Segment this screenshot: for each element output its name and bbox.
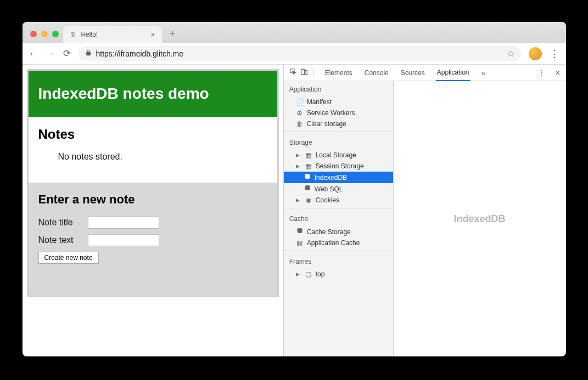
content-area: IndexedDB notes demo Notes No notes stor… bbox=[23, 65, 566, 356]
create-note-button[interactable]: Create new note bbox=[38, 252, 99, 264]
application-cache-label: Application Cache bbox=[307, 239, 360, 247]
note-text-input[interactable] bbox=[88, 234, 159, 246]
address-bar[interactable]: https://iframeidb.glitch.me ☆ bbox=[79, 46, 521, 61]
back-button[interactable]: ← bbox=[29, 48, 38, 59]
expand-icon: ▶ bbox=[296, 271, 301, 277]
group-storage: Storage bbox=[284, 134, 393, 150]
clear-storage-label: Clear storage bbox=[307, 120, 346, 128]
close-window-button[interactable] bbox=[30, 31, 37, 37]
maximize-window-button[interactable] bbox=[52, 31, 59, 37]
gear-icon: ⚙ bbox=[296, 109, 304, 117]
expand-icon: ▶ bbox=[296, 152, 301, 158]
devtools-close-icon[interactable]: × bbox=[555, 68, 560, 78]
svg-rect-0 bbox=[86, 53, 90, 55]
file-icon: 📄 bbox=[296, 98, 304, 106]
tab-console[interactable]: Console bbox=[363, 65, 390, 81]
sidebar-item-application-cache[interactable]: ▦ Application Cache bbox=[284, 237, 393, 248]
new-tab-button[interactable]: + bbox=[162, 28, 183, 43]
note-text-label: Note text bbox=[38, 235, 82, 245]
url-text: https://iframeidb.glitch.me bbox=[96, 49, 184, 58]
new-note-form: Enter a new note Note title Note text Cr… bbox=[29, 183, 277, 274]
browser-tab[interactable]: 🗎 Hello! × bbox=[63, 26, 162, 43]
tab-title: Hello! bbox=[81, 31, 98, 38]
manifest-label: Manifest bbox=[307, 98, 332, 106]
tab-bar: 🗎 Hello! × + bbox=[23, 22, 566, 43]
form-spacer bbox=[29, 274, 277, 296]
devtools-inspect-icons bbox=[289, 68, 314, 77]
window-controls bbox=[28, 31, 63, 43]
devtools-panel: Elements Console Sources Application » ⋮… bbox=[283, 65, 566, 356]
cookie-icon: ◉ bbox=[305, 196, 312, 204]
forward-button[interactable]: → bbox=[46, 48, 55, 59]
browser-window: 🗎 Hello! × + ← → ⟳ https://iframeidb.gli… bbox=[23, 22, 566, 356]
sidebar-item-indexeddb[interactable]: IndexedDB bbox=[284, 172, 393, 183]
sidebar-item-clear-storage[interactable]: 🗑 Clear storage bbox=[284, 118, 393, 129]
page-viewport: IndexedDB notes demo Notes No notes stor… bbox=[23, 65, 283, 356]
chrome-menu-icon[interactable]: ⋮ bbox=[550, 48, 559, 60]
sidebar-item-cookies[interactable]: ▶ ◉ Cookies bbox=[284, 195, 393, 206]
notes-heading: Notes bbox=[38, 127, 267, 142]
database-icon bbox=[304, 173, 311, 182]
lock-icon bbox=[85, 49, 92, 58]
sidebar-item-service-workers[interactable]: ⚙ Service Workers bbox=[284, 107, 393, 118]
inspect-element-icon[interactable] bbox=[289, 68, 297, 77]
expand-icon: ▶ bbox=[296, 163, 301, 169]
form-heading: Enter a new note bbox=[38, 192, 267, 207]
tab-elements[interactable]: Elements bbox=[324, 65, 354, 81]
note-text-row: Note text bbox=[38, 234, 267, 246]
demo-card: IndexedDB notes demo Notes No notes stor… bbox=[27, 69, 279, 297]
note-title-row: Note title bbox=[38, 217, 267, 229]
sidebar-item-top-frame[interactable]: ▶ ▢ top bbox=[284, 269, 393, 280]
devtools-body: Application 📄 Manifest ⚙ Service Workers… bbox=[284, 81, 566, 356]
grid-icon: ▦ bbox=[305, 162, 312, 170]
tab-sources[interactable]: Sources bbox=[400, 65, 426, 81]
page-title: IndexedDB notes demo bbox=[29, 71, 277, 117]
grid-icon: ▦ bbox=[305, 151, 312, 159]
devtools-main-placeholder: IndexedDB bbox=[394, 81, 566, 356]
note-title-label: Note title bbox=[38, 218, 82, 228]
bookmark-icon[interactable]: ☆ bbox=[507, 48, 514, 59]
page-icon: 🗎 bbox=[70, 31, 77, 39]
sidebar-item-cache-storage[interactable]: Cache Storage bbox=[284, 226, 393, 237]
sidebar-item-local-storage[interactable]: ▶ ▦ Local Storage bbox=[284, 150, 393, 161]
devtools-tabbar: Elements Console Sources Application » ⋮… bbox=[284, 65, 566, 81]
reload-button[interactable]: ⟳ bbox=[63, 48, 71, 59]
local-storage-label: Local Storage bbox=[316, 151, 356, 159]
device-toolbar-icon[interactable] bbox=[300, 68, 308, 77]
address-toolbar: ← → ⟳ https://iframeidb.glitch.me ☆ ⋮ bbox=[23, 43, 566, 65]
tab-application[interactable]: Application bbox=[436, 65, 471, 81]
sidebar-item-web-sql[interactable]: Web SQL bbox=[284, 183, 393, 195]
group-application: Application bbox=[284, 81, 393, 97]
grid-icon: ▦ bbox=[296, 239, 304, 247]
group-frames: Frames bbox=[284, 253, 393, 269]
cache-storage-label: Cache Storage bbox=[307, 228, 351, 236]
application-sidebar: Application 📄 Manifest ⚙ Service Workers… bbox=[284, 81, 394, 356]
notes-section: Notes No notes stored. bbox=[29, 117, 277, 172]
note-title-input[interactable] bbox=[88, 217, 159, 229]
database-icon bbox=[296, 228, 304, 236]
session-storage-label: Session Storage bbox=[316, 162, 364, 170]
close-tab-icon[interactable]: × bbox=[150, 30, 155, 39]
expand-icon: ▶ bbox=[296, 197, 301, 203]
frame-icon: ▢ bbox=[305, 270, 312, 278]
indexeddb-label: IndexedDB bbox=[315, 174, 347, 182]
tabs-overflow-icon[interactable]: » bbox=[480, 65, 487, 81]
sidebar-item-session-storage[interactable]: ▶ ▦ Session Storage bbox=[284, 161, 393, 172]
trash-icon: 🗑 bbox=[296, 120, 304, 128]
service-workers-label: Service Workers bbox=[307, 109, 355, 117]
profile-avatar[interactable] bbox=[529, 47, 542, 60]
empty-message: No notes stored. bbox=[38, 152, 267, 162]
web-sql-label: Web SQL bbox=[315, 185, 343, 193]
top-frame-label: top bbox=[316, 270, 325, 278]
devtools-menu-icon[interactable]: ⋮ bbox=[537, 69, 545, 77]
group-cache: Cache bbox=[284, 211, 393, 226]
cookies-label: Cookies bbox=[316, 196, 339, 204]
minimize-window-button[interactable] bbox=[41, 31, 48, 37]
sidebar-item-manifest[interactable]: 📄 Manifest bbox=[284, 97, 393, 107]
database-icon bbox=[304, 185, 311, 193]
